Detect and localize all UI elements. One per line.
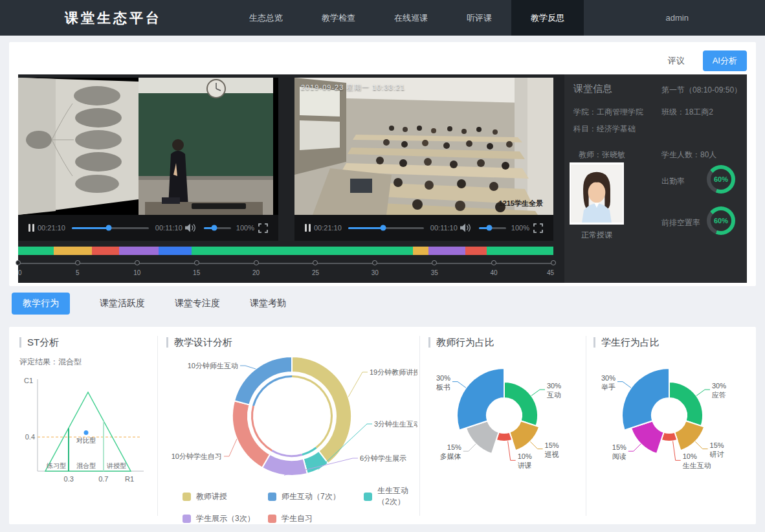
nav-item-0[interactable]: 生态总览 <box>230 0 302 36</box>
student-behavior-panel: 学生行为占比 30%应答15%研讨10%生生互动15%阅读30%举手 <box>593 337 757 493</box>
panel-divider <box>419 336 420 516</box>
svg-text:30%: 30% <box>712 382 726 390</box>
nav-item-1[interactable]: 教学检查 <box>302 0 375 36</box>
teaching-status-caption: 正常授课 <box>570 230 624 241</box>
front-empty-label: 前排空置率 <box>661 217 700 228</box>
charts-card: ST分析 评定结果：混合型 C10.4练习型混合型讲授型0.30.7R1对比型 … <box>9 327 756 524</box>
timeline-tick-label: 45 <box>547 269 554 276</box>
svg-text:10%: 10% <box>683 452 697 460</box>
user-menu[interactable]: admin <box>666 13 689 23</box>
timeline-segment-7 <box>428 247 465 255</box>
svg-text:举手: 举手 <box>601 383 615 391</box>
svg-text:C1: C1 <box>24 377 33 384</box>
panel-divider <box>586 336 586 516</box>
legend-swatch <box>268 515 276 523</box>
video-timestamp-overlay: 2019-09-23 星期一 10:33:21 <box>301 83 405 93</box>
legend-item-4[interactable]: 学生自习 <box>268 513 364 524</box>
legend-label: 生生互动（2次） <box>377 485 417 507</box>
attendance-label: 出勤率 <box>661 176 685 187</box>
timeline-tick-dot[interactable] <box>135 260 140 265</box>
nav-item-2[interactable]: 在线巡课 <box>375 0 447 36</box>
timeline-tick-dot[interactable] <box>491 260 496 265</box>
svg-text:讲授型: 讲授型 <box>106 462 126 469</box>
tab-3[interactable]: 课堂考勤 <box>250 298 286 309</box>
pause-icon[interactable] <box>28 224 35 232</box>
progress-knob[interactable] <box>105 225 111 231</box>
svg-text:互动: 互动 <box>547 391 561 399</box>
nav-item-3[interactable]: 听评课 <box>447 0 511 36</box>
progress-bar[interactable] <box>72 227 149 229</box>
video-stage: 00:21:1000:11:10100% <box>18 74 747 283</box>
svg-text:0.7: 0.7 <box>98 475 108 483</box>
svg-text:应答: 应答 <box>712 391 726 399</box>
student-behavior-chart: 30%应答15%研讨10%生生互动15%阅读30%举手 <box>593 351 754 493</box>
svg-text:练习型: 练习型 <box>47 462 66 469</box>
front-empty-value: 60% <box>707 206 735 235</box>
analysis-card: 评议 AI分析 <box>9 42 756 286</box>
timeline-tick-dot[interactable] <box>75 260 80 265</box>
review-button[interactable]: 评议 <box>668 55 685 67</box>
students-video[interactable]: 2019-09-23 星期一 10:33:21 1215学生全景 <box>294 78 553 215</box>
legend-item-2[interactable]: 生生互动（2次） <box>364 485 417 507</box>
timeline-tick-dot[interactable] <box>194 260 199 265</box>
teacher-behavior-title: 教师行为占比 <box>428 337 584 348</box>
legend-item-3[interactable]: 学生展示（3次） <box>183 513 268 524</box>
svg-text:15%: 15% <box>545 441 559 449</box>
teacher-video[interactable] <box>18 78 278 215</box>
timeline-segment-8 <box>465 247 487 255</box>
volume-value: 100% <box>236 224 254 232</box>
timeline-tick-labels: 051015202530354045 <box>18 269 553 278</box>
class-info-title: 课堂信息 <box>573 83 612 95</box>
svg-text:研讨: 研讨 <box>710 450 724 458</box>
svg-text:30%: 30% <box>547 382 561 390</box>
svg-text:R1: R1 <box>125 475 134 483</box>
volume-slider[interactable] <box>204 227 231 229</box>
front-empty-ring: 60% <box>707 206 735 235</box>
timeline-tick-dot[interactable] <box>16 260 21 265</box>
volume-slider[interactable] <box>479 227 506 229</box>
timeline-tick-label: 35 <box>431 269 438 276</box>
behavior-timeline-bar[interactable] <box>18 247 553 255</box>
svg-text:30%: 30% <box>436 374 450 382</box>
timeline-tick-dot[interactable] <box>551 260 556 265</box>
progress-bar[interactable] <box>348 227 424 229</box>
volume-knob[interactable] <box>211 225 217 231</box>
tab-1[interactable]: 课堂活跃度 <box>100 298 145 309</box>
tab-0[interactable]: 教学行为 <box>12 293 70 315</box>
timeline-tick-dot[interactable] <box>372 260 377 265</box>
ai-analysis-button[interactable]: AI分析 <box>703 50 747 71</box>
legend-swatch <box>183 493 191 501</box>
panel-divider <box>157 336 158 516</box>
timeline-tick-dot[interactable] <box>313 260 318 265</box>
svg-text:0.3: 0.3 <box>64 475 74 483</box>
fullscreen-icon[interactable] <box>533 223 543 233</box>
pause-icon[interactable] <box>305 224 311 232</box>
students-video-frame <box>294 78 553 215</box>
legend-item-1[interactable]: 师生互动（7次） <box>268 485 364 507</box>
st-analysis-panel: ST分析 评定结果：混合型 C10.4练习型混合型讲授型0.30.7R1对比型 <box>19 337 154 496</box>
teaching-design-donut: 19分钟教师讲授3分钟生生互动6分钟学生展示10分钟学生自习10分钟师生互动 <box>166 351 417 484</box>
attendance-value: 60% <box>707 165 735 194</box>
volume-icon[interactable] <box>460 223 471 232</box>
timeline-tick-dot[interactable] <box>432 260 437 265</box>
timeline-tick-label: 20 <box>252 269 260 276</box>
svg-text:3分钟生生互动: 3分钟生生互动 <box>374 420 417 428</box>
students-video-controls: 00:21:1000:11:10100% <box>294 215 553 241</box>
teacher-video-frame <box>18 78 278 215</box>
fullscreen-icon[interactable] <box>258 223 268 233</box>
nav-item-4[interactable]: 教学反思 <box>511 0 584 36</box>
legend-item-0[interactable]: 教师讲授 <box>183 485 268 507</box>
analysis-tabs: 教学行为课堂活跃度课堂专注度课堂考勤 <box>12 293 286 315</box>
progress-knob[interactable] <box>380 225 386 231</box>
timeline-tick-dot[interactable] <box>254 260 259 265</box>
navbar: 课堂生态平台 生态总览教学检查在线巡课听评课教学反思 admin <box>0 0 765 36</box>
legend-label: 教师讲授 <box>196 491 227 502</box>
timeline-slider[interactable] <box>18 260 553 267</box>
volume-icon[interactable] <box>185 223 196 232</box>
st-analysis-title: ST分析 <box>19 337 154 348</box>
volume-knob[interactable] <box>486 225 492 231</box>
svg-text:15%: 15% <box>710 441 724 449</box>
legend-label: 学生自习 <box>282 513 313 524</box>
tab-2[interactable]: 课堂专注度 <box>175 298 220 309</box>
class-field: 班级：18工商2 <box>661 107 713 118</box>
